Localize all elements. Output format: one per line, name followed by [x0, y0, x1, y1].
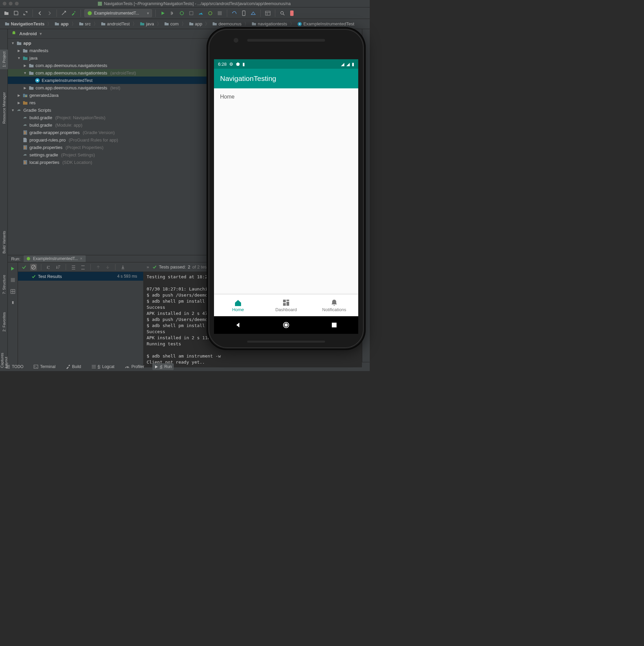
rerun-icon[interactable]	[9, 265, 16, 272]
attach-debugger-icon[interactable]	[207, 9, 214, 17]
svg-text:z: z	[48, 267, 49, 270]
debug-icon[interactable]	[178, 9, 186, 17]
next-failed-icon[interactable]	[104, 264, 111, 271]
expand-all-icon[interactable]	[70, 264, 77, 271]
sort-duration-icon[interactable]	[55, 264, 62, 271]
stop-icon[interactable]	[9, 277, 16, 283]
run-config-dropdown[interactable]: ExampleInstrumentedT... ▾	[84, 9, 152, 17]
show-passed-icon[interactable]	[21, 264, 27, 271]
target-icon[interactable]	[318, 30, 324, 37]
profile-icon[interactable]	[197, 9, 205, 17]
tree-row[interactable]: ▶com.app.deemounus.navigationtests	[8, 62, 362, 69]
svg-point-1	[88, 11, 92, 15]
svg-rect-27	[24, 161, 25, 162]
build-icon[interactable]	[60, 9, 68, 17]
project-structure-icon[interactable]	[264, 9, 272, 17]
tree-row[interactable]: ▶local.properties(SDK Location)	[8, 158, 362, 166]
tree-row[interactable]: ▶gradle-wrapper.properties(Gradle Versio…	[8, 129, 362, 136]
window-title: NavigationTests [~/Programming/Navigatio…	[21, 1, 367, 6]
check-icon	[31, 274, 36, 279]
check-icon	[152, 265, 157, 269]
svg-point-17	[25, 95, 27, 97]
breadcrumb-item[interactable]: com	[163, 21, 180, 26]
coverage-icon[interactable]	[188, 9, 195, 17]
svg-point-14	[345, 33, 347, 35]
minimize-window-dot[interactable]	[9, 2, 13, 5]
breadcrumb-item[interactable]: app	[53, 21, 70, 26]
tree-row[interactable]: ▶gradle.properties(Project Properties)	[8, 144, 362, 151]
side-tab[interactable]: 1: Project	[0, 49, 8, 69]
zoom-window-dot[interactable]	[15, 2, 19, 5]
project-tree[interactable]: ▼app▶manifests▼java▶com.app.deemounus.na…	[8, 39, 362, 255]
search-icon[interactable]	[279, 9, 286, 17]
breadcrumb-item[interactable]: androidTest	[100, 21, 131, 26]
breadcrumb-item[interactable]: NavigationTests	[3, 21, 46, 26]
layout-icon[interactable]	[9, 288, 16, 295]
breadcrumb-item[interactable]: navigationtests	[250, 21, 288, 26]
show-ignored-icon[interactable]	[30, 264, 37, 271]
breadcrumb-item[interactable]: java	[138, 21, 155, 26]
sync-icon[interactable]	[22, 9, 29, 17]
back-icon[interactable]	[36, 9, 44, 17]
avd-manager-icon[interactable]	[240, 9, 248, 17]
side-tab[interactable]: 2: Favorites	[0, 310, 8, 333]
close-window-dot[interactable]	[3, 2, 6, 5]
svg-rect-29	[24, 163, 26, 164]
project-view-mode[interactable]: Android	[19, 31, 37, 36]
test-toolbar: az	[18, 262, 143, 272]
tree-row[interactable]: ▶ExampleInstrumentedTest	[8, 77, 362, 84]
tree-row[interactable]: ▼com.app.deemounus.navigationtests(andro…	[8, 69, 362, 77]
test-results-row[interactable]: Test Results 4 s 593 ms	[18, 272, 143, 281]
tree-row[interactable]: ▼Gradle Scripts	[8, 106, 362, 114]
forward-icon[interactable]	[46, 9, 53, 17]
device-icon[interactable]	[288, 9, 296, 17]
gear-icon[interactable]	[342, 30, 349, 37]
breadcrumb-item[interactable]: deemounus	[211, 21, 243, 26]
side-tab[interactable]: Resource Manager	[0, 90, 8, 126]
breadcrumb-item[interactable]: src	[78, 21, 92, 26]
tree-row[interactable]: ▶build.gradle(Module: app)	[8, 121, 362, 129]
collapse-all-icon[interactable]	[80, 264, 86, 271]
export-icon[interactable]	[120, 264, 126, 271]
run-icon[interactable]	[159, 9, 167, 17]
run-tool-window: Run: ExampleInstrumentedT... ×	[8, 255, 362, 362]
open-icon[interactable]	[3, 9, 10, 17]
minimize-icon[interactable]	[352, 30, 359, 37]
tree-row[interactable]: ▶proguard-rules.pro(ProGuard Rules for a…	[8, 136, 362, 144]
side-tab[interactable]: Build Variants	[0, 229, 8, 256]
side-tab[interactable]: 7: Structure	[0, 273, 8, 296]
save-icon[interactable]	[12, 9, 20, 17]
sdk-manager-icon[interactable]	[250, 9, 257, 17]
tree-row[interactable]: ▶generatedJava	[8, 91, 362, 99]
tree-row[interactable]: ▶res	[8, 99, 362, 106]
tree-row[interactable]: ▼app	[8, 39, 362, 47]
bottom-tab[interactable]: 6: Logcat	[89, 363, 116, 370]
bottom-tab[interactable]: Profiler	[123, 363, 146, 370]
svg-rect-0	[98, 2, 102, 6]
sync-gradle-icon[interactable]	[231, 9, 238, 17]
close-tab-icon[interactable]: ×	[80, 256, 82, 261]
tree-row[interactable]: ▼java	[8, 54, 362, 62]
apply-changes-icon[interactable]	[169, 9, 176, 17]
pin-icon[interactable]	[9, 300, 16, 306]
sort-alpha-icon[interactable]: az	[45, 264, 52, 271]
bottom-tab[interactable]: Terminal	[31, 363, 57, 370]
bottom-tab[interactable]: Build	[64, 363, 83, 370]
hammer-icon[interactable]	[70, 9, 77, 17]
android-robot-icon	[87, 11, 92, 16]
svg-rect-24	[24, 147, 26, 148]
tree-row[interactable]: ▶build.gradle(Project: NavigationTests)	[8, 114, 362, 121]
breadcrumb-item[interactable]: app	[188, 21, 204, 26]
stop-icon[interactable]	[216, 9, 223, 17]
tree-row[interactable]: ▶settings.gradle(Project Settings)	[8, 151, 362, 158]
svg-rect-3	[190, 12, 193, 15]
side-tab[interactable]: Layout Captures	[0, 351, 8, 370]
bottom-tab[interactable]: 4: Run	[152, 363, 174, 370]
run-tab[interactable]: ExampleInstrumentedT... ×	[24, 255, 86, 262]
breadcrumb-item[interactable]: ExampleInstrumentedTest	[296, 21, 356, 26]
prev-failed-icon[interactable]	[95, 264, 102, 271]
console-output[interactable]: Testing started at 18:27 07/30 18:27:01:…	[143, 272, 362, 367]
tree-row[interactable]: ▶com.app.deemounus.navigationtests(test)	[8, 84, 362, 91]
collapse-icon[interactable]	[327, 30, 334, 37]
tree-row[interactable]: ▶manifests	[8, 47, 362, 54]
